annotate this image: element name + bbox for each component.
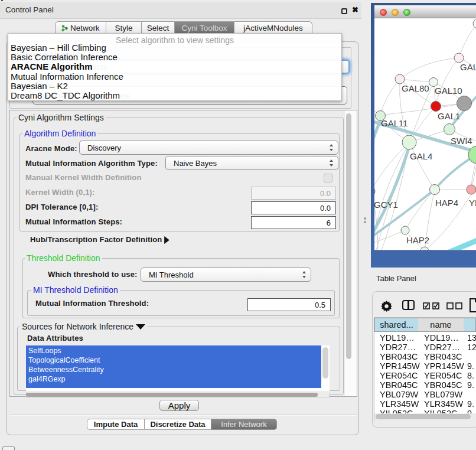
svg-text:GAL1: GAL1 — [438, 111, 460, 121]
svg-text:GAL80: GAL80 — [402, 83, 429, 93]
svg-text:GAL4: GAL4 — [410, 151, 432, 161]
svg-text:GCY1: GCY1 — [374, 200, 398, 210]
svg-text:GAL2: GAL2 — [460, 62, 476, 72]
svg-text:GAL10: GAL10 — [435, 86, 462, 96]
svg-text:SWI4: SWI4 — [451, 136, 472, 146]
svg-text:HAP2: HAP2 — [406, 235, 429, 245]
svg-text:YDR: YDR — [469, 198, 476, 208]
svg-text:HAP4: HAP4 — [435, 198, 458, 208]
svg-text:GAL11: GAL11 — [381, 118, 408, 128]
